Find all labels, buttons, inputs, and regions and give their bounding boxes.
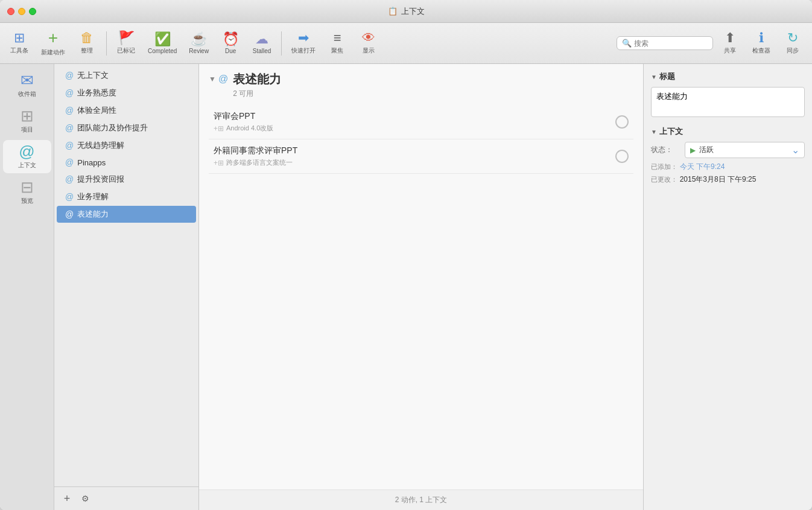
- share-button[interactable]: ⬆ 共享: [715, 29, 744, 57]
- status-value: 活跃: [699, 145, 788, 155]
- sidebar-item-investment[interactable]: @ 提升投资回报: [57, 171, 196, 188]
- new-action-button[interactable]: + 新建动作: [36, 27, 70, 59]
- task-row-2[interactable]: 外籍同事需求评审PPT +⊞ 跨多端多语言文案统一: [209, 139, 633, 174]
- added-label: 已添加：: [651, 163, 677, 170]
- inbox-label: 收件箱: [18, 90, 36, 98]
- add-icon: +: [64, 492, 71, 505]
- title-section-label: 标题: [659, 71, 675, 82]
- quickopen-button[interactable]: ➡ 快速打开: [287, 29, 320, 57]
- sidebar-item-experience[interactable]: @ 体验全局性: [57, 102, 196, 119]
- sidebar-item-business-understanding[interactable]: @ 业务理解: [57, 188, 196, 205]
- forecast-icon: ⊟: [21, 179, 34, 195]
- task-meta-1: +⊞ Android 4.0改版: [214, 124, 608, 133]
- inspector-button[interactable]: ℹ 检查器: [747, 29, 776, 57]
- select-arrow-icon: ⌄: [791, 144, 799, 156]
- task-title-2: 外籍同事需求评审PPT: [214, 145, 608, 156]
- stalled-label: Stalled: [253, 48, 271, 54]
- pinapps-icon: @: [65, 158, 74, 167]
- app-window: 📋 上下文 ⊞ 工具条 + 新建动作 🗑 整理 🚩 已标记 ✅ Complete…: [0, 0, 812, 510]
- window-title: 📋 上下文: [388, 6, 425, 17]
- iconbar-contexts[interactable]: @ 上下文: [3, 140, 51, 173]
- review-label: Review: [189, 48, 209, 54]
- sync-button[interactable]: ↻ 同步: [778, 29, 807, 57]
- sidebar-footer: + ⚙: [54, 486, 198, 510]
- sync-label: 同步: [787, 46, 799, 55]
- context-section-header[interactable]: ▼ 上下文: [651, 126, 805, 137]
- quickopen-icon: ➡: [298, 31, 309, 45]
- main-panel-footer: 2 动作, 1 上下文: [199, 489, 643, 510]
- expression-icon: @: [65, 209, 74, 219]
- toolbar: ⊞ 工具条 + 新建动作 🗑 整理 🚩 已标记 ✅ Completed ☕ Re…: [0, 23, 812, 64]
- sidebar-item-no-context[interactable]: @ 无上下文: [57, 67, 196, 84]
- context-section-arrow: ▼: [651, 129, 657, 135]
- sidebar: @ 无上下文 @ 业务熟悉度 @ 体验全局性 @ 团队能力及协作提升 @ 无: [54, 64, 199, 510]
- stalled-icon: ☁: [255, 33, 268, 46]
- traffic-lights: [7, 8, 36, 15]
- separator-2: [281, 31, 282, 56]
- titlebar: 📋 上下文: [0, 0, 812, 23]
- completed-button[interactable]: ✅ Completed: [143, 30, 182, 57]
- main-panel: ▼ @ 表述能力 2 可用 评审会PPT +⊞ Android 4.0改版: [199, 64, 643, 510]
- business-understanding-label: 业务理解: [77, 191, 109, 202]
- maximize-button[interactable]: [29, 8, 36, 15]
- review-button[interactable]: ☕ Review: [184, 30, 214, 57]
- business-familiarity-icon: @: [65, 88, 74, 98]
- clean-label: 整理: [81, 46, 93, 55]
- tools-button[interactable]: ⊞ 工具条: [5, 29, 34, 57]
- investment-icon: @: [65, 174, 74, 184]
- flagged-button[interactable]: 🚩 已标记: [112, 29, 141, 57]
- inspector-panel: ▼ 标题 ▼ 上下文 状态： ▶ 活跃 ⌄: [643, 64, 812, 510]
- main-title: 表述能力: [233, 71, 281, 88]
- task-title-1: 评审会PPT: [214, 111, 608, 122]
- inspector-title-section: ▼ 标题: [651, 71, 805, 119]
- inspector-context-section: ▼ 上下文 状态： ▶ 活跃 ⌄ 已添加： 今天 下午9:24 已更改: [651, 126, 805, 187]
- sidebar-item-trend[interactable]: @ 无线趋势理解: [57, 137, 196, 154]
- inspector-label: 检查器: [752, 46, 770, 55]
- sidebar-item-expression[interactable]: @ 表述能力: [57, 206, 196, 223]
- expression-label: 表述能力: [77, 209, 109, 220]
- title-field[interactable]: [651, 87, 805, 117]
- trend-icon: @: [65, 141, 74, 150]
- task-row-1[interactable]: 评审会PPT +⊞ Android 4.0改版: [209, 105, 633, 139]
- projects-label: 项目: [21, 126, 33, 134]
- main-subtitle: 2 可用: [233, 89, 281, 99]
- due-button[interactable]: ⏰ Due: [216, 30, 245, 57]
- clean-button[interactable]: 🗑 整理: [72, 29, 101, 57]
- add-context-button[interactable]: +: [60, 492, 74, 505]
- new-action-label: 新建动作: [41, 48, 65, 57]
- display-button[interactable]: 👁 显示: [354, 29, 383, 57]
- settings-button[interactable]: ⚙: [78, 492, 92, 505]
- search-input[interactable]: [634, 39, 706, 48]
- sidebar-item-team-ability[interactable]: @ 团队能力及协作提升: [57, 120, 196, 136]
- separator-1: [106, 31, 107, 56]
- share-label: 共享: [724, 46, 736, 55]
- task-checkbox-1[interactable]: [615, 115, 629, 129]
- team-ability-icon: @: [65, 123, 74, 133]
- inbox-icon: ✉: [21, 72, 34, 88]
- sidebar-item-business-familiarity[interactable]: @ 业务熟悉度: [57, 84, 196, 101]
- added-row: 已添加： 今天 下午9:24: [651, 162, 805, 172]
- iconbar-projects[interactable]: ⊞ 项目: [3, 104, 51, 138]
- iconbar-forecast[interactable]: ⊟ 预览: [3, 176, 51, 209]
- settings-icon: ⚙: [81, 494, 89, 503]
- title-icon: 📋: [388, 7, 398, 16]
- search-box[interactable]: 🔍: [617, 36, 713, 50]
- iconbar-inbox[interactable]: ✉ 收件箱: [3, 69, 51, 102]
- collapse-chevron[interactable]: ▼: [209, 75, 216, 83]
- stalled-button[interactable]: ☁ Stalled: [247, 30, 276, 57]
- task-content-2: 外籍同事需求评审PPT +⊞ 跨多端多语言文案统一: [214, 145, 608, 167]
- title-section-header[interactable]: ▼ 标题: [651, 71, 805, 82]
- minimize-button[interactable]: [18, 8, 25, 15]
- sidebar-item-pinapps[interactable]: @ Pinapps: [57, 155, 196, 170]
- experience-label: 体验全局性: [77, 105, 116, 116]
- task-meta-2: +⊞ 跨多端多语言文案统一: [214, 158, 608, 167]
- task-project-icon-1: +⊞: [214, 124, 224, 133]
- share-icon: ⬆: [725, 31, 735, 45]
- focus-button[interactable]: ≡ 聚焦: [323, 29, 352, 57]
- task-checkbox-2[interactable]: [615, 150, 629, 163]
- status-select[interactable]: ▶ 活跃 ⌄: [685, 142, 805, 158]
- close-button[interactable]: [7, 8, 14, 15]
- experience-icon: @: [65, 106, 74, 115]
- added-value: 今天 下午9:24: [680, 162, 725, 171]
- status-label: 状态：: [651, 145, 680, 155]
